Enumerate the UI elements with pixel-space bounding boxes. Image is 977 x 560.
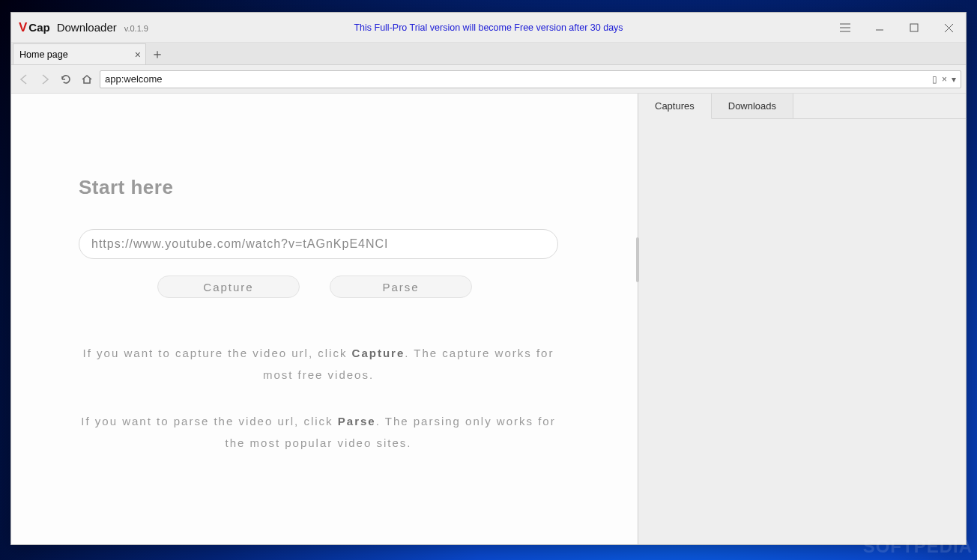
side-panel-body <box>638 119 966 544</box>
action-buttons: Capture Parse <box>157 276 570 298</box>
start-here-heading: Start here <box>79 176 570 199</box>
tab-captures[interactable]: Captures <box>638 94 712 119</box>
tab-downloads[interactable]: Downloads <box>712 94 793 119</box>
titlebar: V Cap Downloader v.0.1.9 This Full-Pro T… <box>11 13 966 43</box>
capture-button[interactable]: Capture <box>157 276 300 298</box>
logo-letter-v: V <box>19 20 26 35</box>
back-icon[interactable] <box>16 71 32 88</box>
window-controls <box>828 13 966 43</box>
side-tabs: Captures Downloads <box>638 94 966 119</box>
minimize-button[interactable] <box>862 13 897 43</box>
address-value: app:welcome <box>105 73 163 85</box>
app-window: V Cap Downloader v.0.1.9 This Full-Pro T… <box>10 12 967 545</box>
side-panel: Captures Downloads <box>638 94 966 544</box>
close-button[interactable] <box>931 13 966 43</box>
logo-text-cap: Cap <box>28 21 49 34</box>
forward-icon[interactable] <box>37 71 53 88</box>
app-logo: V Cap Downloader v.0.1.9 <box>19 20 148 35</box>
parse-button[interactable]: Parse <box>330 276 472 298</box>
parse-hint: If you want to parse the video url, clic… <box>79 411 558 454</box>
welcome-page: Start here Capture Parse If you want to … <box>11 94 638 454</box>
hamburger-icon[interactable] <box>828 13 862 43</box>
body: Start here Capture Parse If you want to … <box>11 94 966 544</box>
nav-bar: app:welcome ▯ × ▾ <box>11 65 966 94</box>
logo-text-downloader: Downloader <box>57 21 117 34</box>
clear-address-icon[interactable]: × <box>942 74 947 85</box>
tab-label: Home page <box>19 49 68 60</box>
new-tab-button[interactable]: ＋ <box>146 43 169 64</box>
svg-rect-0 <box>910 24 918 31</box>
bookmark-icon[interactable]: ▯ <box>932 74 937 85</box>
address-bar[interactable]: app:welcome ▯ × ▾ <box>100 70 961 88</box>
reload-icon[interactable] <box>58 71 74 88</box>
tab-home-page[interactable]: Home page × <box>13 43 146 64</box>
capture-hint: If you want to capture the video url, cl… <box>79 343 558 386</box>
trial-banner: This Full-Pro Trial version will become … <box>354 22 623 33</box>
version-label: v.0.1.9 <box>124 24 148 33</box>
address-dropdown-icon[interactable]: ▾ <box>952 74 956 85</box>
tab-strip: Home page × ＋ <box>11 43 966 65</box>
maximize-button[interactable] <box>897 13 931 43</box>
splitter-handle[interactable] <box>636 237 639 282</box>
video-url-input[interactable] <box>79 229 558 259</box>
home-icon[interactable] <box>79 71 95 88</box>
content-area: Start here Capture Parse If you want to … <box>11 94 638 544</box>
close-icon[interactable]: × <box>135 49 141 61</box>
